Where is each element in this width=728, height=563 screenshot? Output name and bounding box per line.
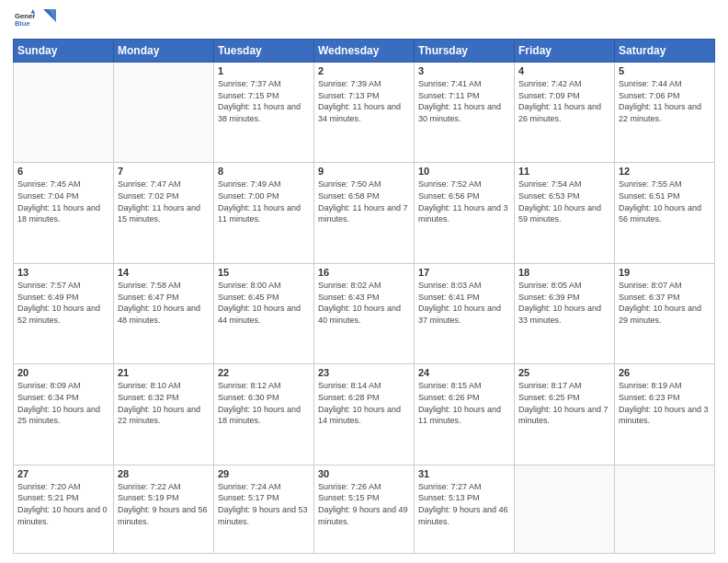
day-info: Sunrise: 8:12 AM Sunset: 6:30 PM Dayligh… <box>218 380 310 426</box>
day-info: Sunrise: 7:58 AM Sunset: 6:47 PM Dayligh… <box>118 280 210 326</box>
day-number: 6 <box>17 166 109 177</box>
calendar-cell: 3Sunrise: 7:41 AM Sunset: 7:11 PM Daylig… <box>415 63 515 163</box>
day-info: Sunrise: 8:03 AM Sunset: 6:41 PM Dayligh… <box>418 280 510 326</box>
day-number: 17 <box>418 267 510 278</box>
day-number: 3 <box>418 65 510 76</box>
day-number: 2 <box>318 65 410 76</box>
day-info: Sunrise: 7:27 AM Sunset: 5:13 PM Dayligh… <box>418 481 510 527</box>
calendar-cell: 30Sunrise: 7:26 AM Sunset: 5:15 PM Dayli… <box>314 465 415 553</box>
day-number: 28 <box>118 468 210 479</box>
day-number: 19 <box>619 267 711 278</box>
day-number: 29 <box>218 468 310 479</box>
calendar-cell: 19Sunrise: 8:07 AM Sunset: 6:37 PM Dayli… <box>615 263 715 363</box>
calendar-cell: 15Sunrise: 8:00 AM Sunset: 6:45 PM Dayli… <box>214 263 314 363</box>
day-number: 7 <box>118 166 210 177</box>
day-info: Sunrise: 8:19 AM Sunset: 6:23 PM Dayligh… <box>619 380 711 426</box>
calendar-cell: 16Sunrise: 8:02 AM Sunset: 6:43 PM Dayli… <box>314 263 415 363</box>
day-info: Sunrise: 7:42 AM Sunset: 7:09 PM Dayligh… <box>518 78 610 124</box>
calendar-cell: 11Sunrise: 7:54 AM Sunset: 6:53 PM Dayli… <box>515 163 615 263</box>
day-number: 25 <box>518 367 610 378</box>
day-number: 26 <box>619 367 711 378</box>
day-info: Sunrise: 7:24 AM Sunset: 5:17 PM Dayligh… <box>218 481 310 527</box>
day-info: Sunrise: 7:50 AM Sunset: 6:58 PM Dayligh… <box>318 178 410 224</box>
calendar-cell <box>114 63 214 163</box>
week-row-2: 13Sunrise: 7:57 AM Sunset: 6:49 PM Dayli… <box>14 263 715 363</box>
day-info: Sunrise: 7:47 AM Sunset: 7:02 PM Dayligh… <box>118 178 210 224</box>
day-number: 30 <box>318 468 410 479</box>
day-number: 21 <box>118 367 210 378</box>
day-info: Sunrise: 7:57 AM Sunset: 6:49 PM Dayligh… <box>17 280 109 326</box>
day-info: Sunrise: 7:45 AM Sunset: 7:04 PM Dayligh… <box>17 178 109 224</box>
calendar-cell: 17Sunrise: 8:03 AM Sunset: 6:41 PM Dayli… <box>415 263 515 363</box>
day-info: Sunrise: 7:26 AM Sunset: 5:15 PM Dayligh… <box>318 481 410 527</box>
calendar-cell: 27Sunrise: 7:20 AM Sunset: 5:21 PM Dayli… <box>14 465 114 553</box>
logo-arrow-icon <box>40 9 56 26</box>
day-info: Sunrise: 8:07 AM Sunset: 6:37 PM Dayligh… <box>619 280 711 326</box>
weekday-header-row: SundayMondayTuesdayWednesdayThursdayFrid… <box>14 40 715 63</box>
calendar-cell <box>615 465 715 553</box>
day-number: 31 <box>418 468 510 479</box>
day-number: 10 <box>418 166 510 177</box>
day-info: Sunrise: 7:49 AM Sunset: 7:00 PM Dayligh… <box>218 178 310 224</box>
calendar-cell: 12Sunrise: 7:55 AM Sunset: 6:51 PM Dayli… <box>615 163 715 263</box>
week-row-0: 1Sunrise: 7:37 AM Sunset: 7:15 PM Daylig… <box>14 63 715 163</box>
weekday-header-thursday: Thursday <box>415 40 515 63</box>
calendar-cell: 18Sunrise: 8:05 AM Sunset: 6:39 PM Dayli… <box>515 263 615 363</box>
day-info: Sunrise: 7:41 AM Sunset: 7:11 PM Dayligh… <box>418 78 510 124</box>
day-number: 20 <box>17 367 109 378</box>
day-number: 4 <box>518 65 610 76</box>
day-info: Sunrise: 8:15 AM Sunset: 6:26 PM Dayligh… <box>418 380 510 426</box>
day-number: 23 <box>318 367 410 378</box>
day-number: 18 <box>518 267 610 278</box>
calendar-cell: 9Sunrise: 7:50 AM Sunset: 6:58 PM Daylig… <box>314 163 415 263</box>
day-number: 11 <box>518 166 610 177</box>
calendar-cell: 6Sunrise: 7:45 AM Sunset: 7:04 PM Daylig… <box>14 163 114 263</box>
calendar-cell <box>14 63 114 163</box>
calendar-cell: 1Sunrise: 7:37 AM Sunset: 7:15 PM Daylig… <box>214 63 314 163</box>
calendar-cell: 25Sunrise: 8:17 AM Sunset: 6:25 PM Dayli… <box>515 364 615 465</box>
day-info: Sunrise: 7:55 AM Sunset: 6:51 PM Dayligh… <box>619 178 711 224</box>
day-info: Sunrise: 7:22 AM Sunset: 5:19 PM Dayligh… <box>118 481 210 527</box>
weekday-header-sunday: Sunday <box>14 40 114 63</box>
calendar-cell: 7Sunrise: 7:47 AM Sunset: 7:02 PM Daylig… <box>114 163 214 263</box>
day-info: Sunrise: 7:52 AM Sunset: 6:56 PM Dayligh… <box>418 178 510 224</box>
week-row-1: 6Sunrise: 7:45 AM Sunset: 7:04 PM Daylig… <box>14 163 715 263</box>
calendar-cell: 22Sunrise: 8:12 AM Sunset: 6:30 PM Dayli… <box>214 364 314 465</box>
day-number: 16 <box>318 267 410 278</box>
day-info: Sunrise: 8:02 AM Sunset: 6:43 PM Dayligh… <box>318 280 410 326</box>
logo-icon: General Blue <box>15 9 35 29</box>
weekday-header-friday: Friday <box>515 40 615 63</box>
calendar-cell: 2Sunrise: 7:39 AM Sunset: 7:13 PM Daylig… <box>314 63 415 163</box>
day-info: Sunrise: 8:09 AM Sunset: 6:34 PM Dayligh… <box>17 380 109 426</box>
week-row-3: 20Sunrise: 8:09 AM Sunset: 6:34 PM Dayli… <box>14 364 715 465</box>
day-info: Sunrise: 7:44 AM Sunset: 7:06 PM Dayligh… <box>619 78 711 124</box>
day-number: 12 <box>619 166 711 177</box>
page: General Blue SundayMondayTuesdayWed <box>0 0 728 563</box>
day-info: Sunrise: 7:39 AM Sunset: 7:13 PM Dayligh… <box>318 78 410 124</box>
day-info: Sunrise: 7:54 AM Sunset: 6:53 PM Dayligh… <box>518 178 610 224</box>
weekday-header-wednesday: Wednesday <box>314 40 415 63</box>
day-info: Sunrise: 8:17 AM Sunset: 6:25 PM Dayligh… <box>518 380 610 426</box>
day-number: 8 <box>218 166 310 177</box>
day-info: Sunrise: 7:37 AM Sunset: 7:15 PM Dayligh… <box>218 78 310 124</box>
day-number: 24 <box>418 367 510 378</box>
calendar-cell: 13Sunrise: 7:57 AM Sunset: 6:49 PM Dayli… <box>14 263 114 363</box>
day-number: 27 <box>17 468 109 479</box>
calendar-cell: 5Sunrise: 7:44 AM Sunset: 7:06 PM Daylig… <box>615 63 715 163</box>
calendar-cell: 20Sunrise: 8:09 AM Sunset: 6:34 PM Dayli… <box>14 364 114 465</box>
week-row-4: 27Sunrise: 7:20 AM Sunset: 5:21 PM Dayli… <box>14 465 715 553</box>
calendar-cell <box>515 465 615 553</box>
svg-marker-2 <box>31 9 35 13</box>
day-number: 15 <box>218 267 310 278</box>
calendar-cell: 14Sunrise: 7:58 AM Sunset: 6:47 PM Dayli… <box>114 263 214 363</box>
day-number: 13 <box>17 267 109 278</box>
calendar-cell: 10Sunrise: 7:52 AM Sunset: 6:56 PM Dayli… <box>415 163 515 263</box>
calendar-cell: 28Sunrise: 7:22 AM Sunset: 5:19 PM Dayli… <box>114 465 214 553</box>
header: General Blue <box>13 9 715 33</box>
calendar-cell: 23Sunrise: 8:14 AM Sunset: 6:28 PM Dayli… <box>314 364 415 465</box>
calendar-table: SundayMondayTuesdayWednesdayThursdayFrid… <box>13 39 715 554</box>
calendar-cell: 21Sunrise: 8:10 AM Sunset: 6:32 PM Dayli… <box>114 364 214 465</box>
calendar-cell: 8Sunrise: 7:49 AM Sunset: 7:00 PM Daylig… <box>214 163 314 263</box>
calendar-cell: 4Sunrise: 7:42 AM Sunset: 7:09 PM Daylig… <box>515 63 615 163</box>
day-number: 14 <box>118 267 210 278</box>
